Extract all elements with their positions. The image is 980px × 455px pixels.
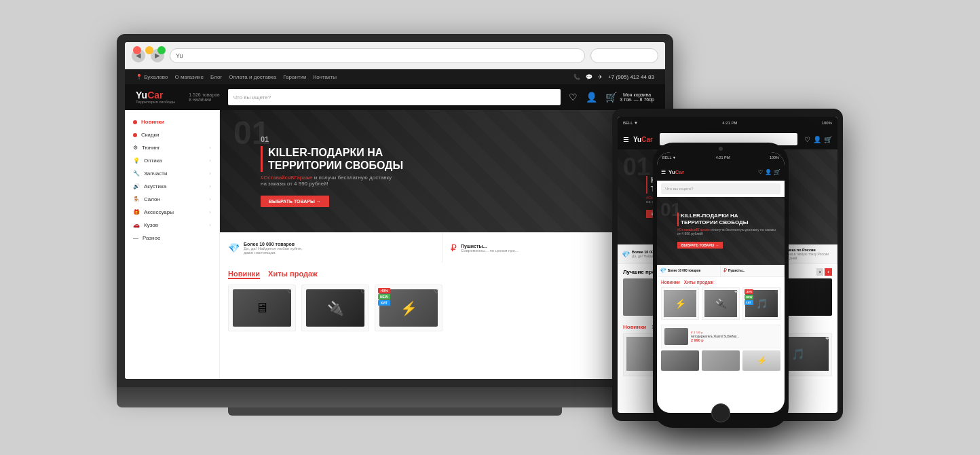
phone-icon: 📞: [573, 74, 580, 80]
scene: ◀ ▶ Yu 📍 Бухалово О магазине Блог: [83, 14, 897, 441]
topbar-link-delivery[interactable]: Оплата и доставка: [229, 74, 276, 80]
product-card: 🔌 ❤: [702, 287, 740, 320]
url-bar[interactable]: Yu: [170, 48, 585, 63]
tab-novice[interactable]: Новинки: [661, 280, 680, 285]
sidebar-label: Запчасти: [144, 170, 167, 177]
product-image: 🔌: [704, 290, 737, 317]
site-main: Новинки Скидки ⚙ Тюнинг ›: [125, 110, 665, 379]
cart-info: Моя корзина 3 тов. — 8 760р: [620, 92, 654, 102]
wishlist-icon[interactable]: ♡: [287, 288, 293, 295]
sidebar-item-parts[interactable]: 🔧 Запчасти ›: [125, 167, 219, 180]
cart-items: 3 тов. — 8 760р: [620, 97, 654, 102]
ruble-icon: ₽: [451, 242, 457, 253]
salon-icon: 🪑: [133, 196, 140, 202]
product-badges: -40% NEW ХИТ: [745, 289, 753, 305]
tab-novice[interactable]: Новинки: [623, 324, 646, 330]
front-camera: [719, 147, 723, 151]
ruble-icon: ₽: [723, 268, 727, 274]
products-grid: 🖥 ♡ 🔌 ♡ -40%: [228, 285, 657, 331]
wishlist-icon[interactable]: ❤: [734, 289, 738, 294]
sidebar-item-tuning[interactable]: ⚙ Тюнинг ›: [125, 141, 219, 154]
new-badge: NEW: [745, 295, 753, 299]
cart-button[interactable]: 🛒 Моя корзина 3 тов. — 8 760р: [605, 92, 654, 103]
close-button[interactable]: [133, 46, 141, 54]
diamond-icon: 💎: [228, 242, 240, 253]
phone-search-input[interactable]: Что вы ищете?: [661, 183, 780, 194]
chevron-right-icon: ›: [209, 158, 211, 164]
topbar-link-contacts[interactable]: Контакты: [313, 74, 337, 80]
tab-hits[interactable]: Хиты продаж: [268, 270, 318, 279]
sidebar-item-accessories[interactable]: 🎁 Аксессуары ›: [125, 206, 219, 219]
user-icon[interactable]: 👤: [586, 92, 597, 103]
hamburger-icon[interactable]: ☰: [661, 169, 666, 175]
cart-icon: 🛒: [605, 92, 617, 103]
phone-features: 💎 Более 10 000 товаров ₽ Пушисты...: [657, 265, 785, 277]
home-button[interactable]: [711, 403, 730, 422]
audio-icon: 🔊: [133, 183, 140, 189]
dot-icon: [133, 120, 137, 124]
hamburger-icon[interactable]: ☰: [623, 136, 629, 143]
hero-title: KILLER-ПОДАРКИ НАТЕРРИТОРИИ СВОБОДЫ: [677, 213, 779, 225]
product-thumbnail: [664, 328, 688, 345]
sidebar-item-novice[interactable]: Новинки: [125, 115, 219, 128]
product-image: ⚡: [664, 290, 696, 317]
cart-icon[interactable]: 🛒: [824, 136, 832, 143]
url-text: Yu: [176, 52, 183, 59]
acc-icon: 🎁: [133, 209, 140, 215]
tab-hits[interactable]: Хиты продаж: [684, 280, 713, 285]
chevron-right-icon: ›: [209, 196, 211, 202]
cart-label: Моя корзина: [620, 92, 654, 97]
hero-cta-button[interactable]: ВЫБРАТЬ ТОВАРЫ →: [677, 242, 723, 249]
sidebar-item-optics[interactable]: 💡 Оптика ›: [125, 154, 219, 167]
wishlist-icon[interactable]: ♡: [775, 289, 778, 294]
feature-title: Пушисты...: [728, 269, 745, 272]
product-card: 🔌 ♡: [301, 285, 369, 331]
wishlist-icon[interactable]: ♡: [360, 288, 366, 295]
logo-can: Car: [147, 90, 163, 101]
product-count-sub: в наличии: [189, 97, 220, 102]
wishlist-icon[interactable]: ♡: [434, 288, 439, 295]
site-topbar: 📍 Бухалово О магазине Блог Оплата и дост…: [125, 69, 665, 84]
sidebar-item-body[interactable]: 🚗 Кузов ›: [125, 219, 219, 232]
user-icon[interactable]: 👤: [813, 136, 821, 143]
next-arrow[interactable]: ›: [825, 268, 832, 276]
phone-header-icons: ♡ 👤 🛒: [758, 169, 780, 175]
carrier-text: BELL ▼: [662, 156, 676, 160]
phone-number[interactable]: +7 (905) 412 44 83: [608, 74, 654, 80]
chevron-right-icon: ›: [209, 170, 211, 177]
phone-products-tabs: Новинки Хиты продаж: [661, 280, 780, 285]
hero-banner: 01 01 KILLER-ПОДАРКИ НАТЕРРИТОРИИ СВОБОД…: [220, 110, 665, 232]
sidebar-item-audio[interactable]: 🔊 Акустика ›: [125, 180, 219, 193]
sidebar-item-misc[interactable]: — Разное: [125, 232, 219, 244]
tablet-status-bar: BELL ▼ 4:21 PM 100%: [618, 117, 837, 129]
wishlist-icon[interactable]: ♡: [569, 92, 578, 103]
phone-status-bar: BELL ▼ 4:21 PM 100%: [657, 152, 785, 163]
diamond-icon: 💎: [660, 268, 666, 274]
site-search[interactable]: Что вы ищете?: [228, 89, 561, 105]
topbar-link-warranty[interactable]: Гарантии: [283, 74, 306, 80]
site-header: YuCar Территория свободы 1 526 товаров в…: [125, 84, 665, 110]
sidebar-label: Тюнинг: [142, 145, 160, 151]
minimize-button[interactable]: [145, 46, 153, 54]
cart-icon[interactable]: 🛒: [774, 169, 780, 175]
hero-cta-button[interactable]: ВЫБРАТЬ ТОВАРЫ →: [261, 196, 329, 207]
wishlist-icon[interactable]: ♡: [694, 289, 697, 294]
prev-arrow[interactable]: ‹: [816, 268, 824, 276]
wishlist-icon[interactable]: ♡: [758, 169, 763, 175]
feature-sub: Да, да! Найдется любая хуйня,даже настоя…: [244, 247, 302, 255]
maximize-button[interactable]: [157, 46, 166, 54]
user-icon[interactable]: 👤: [765, 169, 772, 175]
tab-novice[interactable]: Новинки: [228, 270, 260, 279]
browser-search[interactable]: [590, 48, 658, 63]
product-card: -40% NEW ХИТ 🎵 ♡: [742, 287, 780, 320]
feature-text: Пушисты...: [728, 269, 745, 272]
topbar-link-about[interactable]: О магазине: [174, 74, 204, 80]
topbar-link-blog[interactable]: Блог: [210, 74, 222, 80]
topbar-link-location[interactable]: 📍 Бухалово: [136, 74, 168, 80]
sidebar-item-salon[interactable]: 🪑 Салон ›: [125, 193, 219, 206]
sidebar-label: Кузов: [144, 222, 158, 228]
wishlist-icon[interactable]: ❤: [825, 336, 829, 342]
sidebar-item-sales[interactable]: Скидки: [125, 128, 219, 141]
wishlist-icon[interactable]: ♡: [804, 136, 810, 143]
logo-yu: Yu: [668, 169, 675, 175]
